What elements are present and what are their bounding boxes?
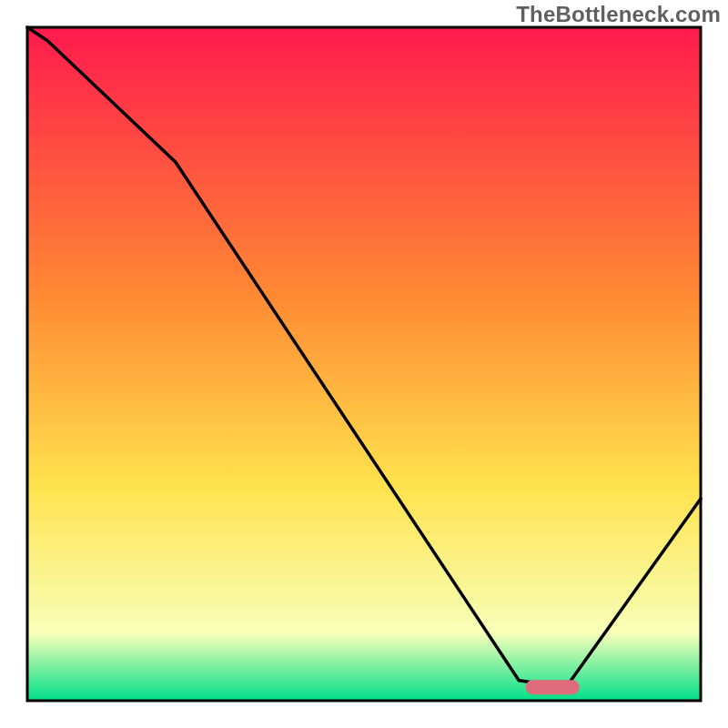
bottleneck-chart: TheBottleneck.com <box>0 0 728 728</box>
minimum-marker <box>526 680 580 694</box>
chart-svg <box>0 0 728 728</box>
plot-background <box>27 27 701 701</box>
watermark-text: TheBottleneck.com <box>516 2 721 27</box>
